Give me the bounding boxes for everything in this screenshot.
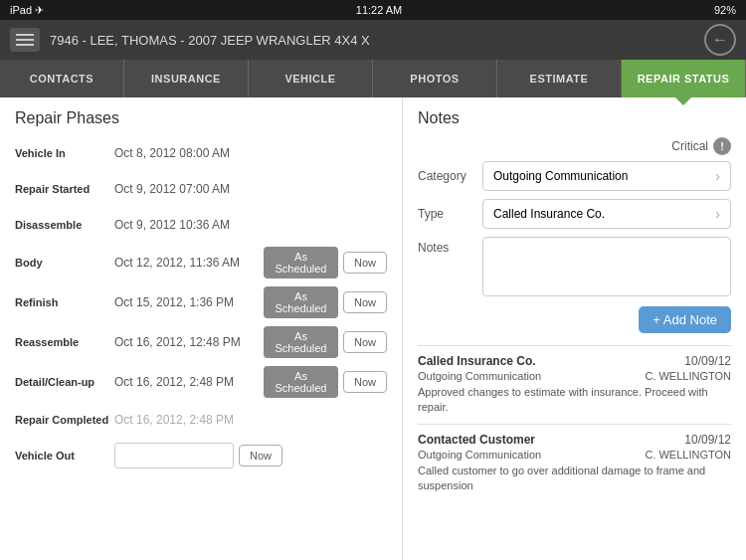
now-body[interactable]: Now <box>343 252 387 274</box>
phase-date-detail-cleanup: Oct 16, 2012, 2:48 PM <box>114 375 264 389</box>
tab-repair-status[interactable]: REPAIR STATUS <box>622 60 746 97</box>
menu-icon[interactable] <box>10 28 40 52</box>
status-bar: iPad ✈ 11:22 AM 92% <box>0 0 746 20</box>
critical-label: Critical <box>671 139 708 153</box>
phase-label-repair-completed: Repair Completed <box>15 414 114 426</box>
phase-label-detail-cleanup: Detail/Clean-up <box>15 376 114 388</box>
note-item: Called Insurance Co. 10/09/12 Outgoing C… <box>418 345 731 424</box>
note-2-title: Contacted Customer <box>418 433 535 447</box>
note-1-body: Approved changes to estimate with insura… <box>418 385 731 416</box>
phase-actions-reassemble: As Scheduled Now <box>264 326 387 358</box>
phase-reassemble: Reassemble Oct 16, 2012, 12:48 PM As Sch… <box>15 326 387 358</box>
phase-date-repair-completed: Oct 16, 2012, 2:48 PM <box>114 413 264 427</box>
note-2-body: Called customer to go over additional da… <box>418 464 731 494</box>
repair-phases-title: Repair Phases <box>15 109 387 127</box>
phase-actions-detail-cleanup: As Scheduled Now <box>264 366 387 398</box>
phase-actions-refinish: As Scheduled Now <box>264 286 387 318</box>
as-scheduled-body[interactable]: As Scheduled <box>264 247 338 279</box>
now-detail-cleanup[interactable]: Now <box>343 371 387 393</box>
phase-repair-completed: Repair Completed Oct 16, 2012, 2:48 PM <box>15 406 387 434</box>
critical-row: Critical ! <box>418 137 731 155</box>
notes-input-row: Notes <box>418 237 731 296</box>
phase-label-reassemble: Reassemble <box>15 336 114 348</box>
type-label: Type <box>418 207 482 221</box>
note-2-date: 10/09/12 <box>684 433 731 447</box>
tab-insurance[interactable]: INSURANCE <box>124 60 249 97</box>
category-chevron-icon: › <box>715 168 720 184</box>
phase-label-refinish: Refinish <box>15 296 114 308</box>
tab-contacts[interactable]: CONTACTS <box>0 60 124 97</box>
note-1-category: Outgoing Communication <box>418 370 541 382</box>
type-chevron-icon: › <box>715 206 720 222</box>
tab-vehicle[interactable]: VEHICLE <box>249 60 373 97</box>
note-2-meta: Outgoing Communication C. WELLINGTON <box>418 449 731 461</box>
notes-title: Notes <box>418 109 731 127</box>
notes-input-label: Notes <box>418 237 482 296</box>
note-2-header: Contacted Customer 10/09/12 <box>418 433 731 447</box>
phase-label-vehicle-out: Vehicle Out <box>15 450 114 462</box>
note-2-category: Outgoing Communication <box>418 449 541 461</box>
tab-photos[interactable]: PHOTOS <box>373 60 497 97</box>
now-refinish[interactable]: Now <box>343 291 387 313</box>
type-value: Called Insurance Co. <box>493 207 605 221</box>
phase-label-disassemble: Disassemble <box>15 219 114 231</box>
as-scheduled-refinish[interactable]: As Scheduled <box>264 286 338 318</box>
back-button[interactable]: ← <box>704 24 736 56</box>
note-1-title: Called Insurance Co. <box>418 354 536 368</box>
phase-date-reassemble: Oct 16, 2012, 12:48 PM <box>114 335 264 349</box>
add-note-button[interactable]: + Add Note <box>639 306 731 333</box>
status-bar-center: 11:22 AM <box>356 4 402 16</box>
note-1-meta: Outgoing Communication C. WELLINGTON <box>418 370 731 382</box>
header-title: 7946 - LEE, THOMAS - 2007 JEEP WRANGLER … <box>50 33 694 48</box>
phase-body: Body Oct 12, 2012, 11:36 AM As Scheduled… <box>15 247 387 279</box>
category-select[interactable]: Outgoing Communication › <box>482 161 731 191</box>
type-row: Type Called Insurance Co. › <box>418 199 731 229</box>
phase-refinish: Refinish Oct 15, 2012, 1:36 PM As Schedu… <box>15 286 387 318</box>
category-row: Category Outgoing Communication › <box>418 161 731 191</box>
phase-disassemble: Disassemble Oct 9, 2012 10:36 AM <box>15 211 387 239</box>
phase-date-vehicle-in: Oct 8, 2012 08:00 AM <box>114 146 264 160</box>
phase-vehicle-in: Vehicle In Oct 8, 2012 08:00 AM <box>15 139 387 167</box>
critical-icon[interactable]: ! <box>713 137 731 155</box>
phase-label-body: Body <box>15 257 114 269</box>
note-item: Contacted Customer 10/09/12 Outgoing Com… <box>418 424 731 502</box>
header: 7946 - LEE, THOMAS - 2007 JEEP WRANGLER … <box>0 20 746 60</box>
notes-textarea[interactable] <box>482 237 731 296</box>
phase-detail-cleanup: Detail/Clean-up Oct 16, 2012, 2:48 PM As… <box>15 366 387 398</box>
phase-repair-started: Repair Started Oct 9, 2012 07:00 AM <box>15 175 387 203</box>
battery-status: 92% <box>714 4 736 16</box>
phase-actions-vehicle-out: Now <box>239 445 282 467</box>
main-content: Repair Phases Vehicle In Oct 8, 2012 08:… <box>0 97 746 560</box>
type-select[interactable]: Called Insurance Co. › <box>482 199 731 229</box>
phase-label-vehicle-in: Vehicle In <box>15 147 114 159</box>
notes-list: Called Insurance Co. 10/09/12 Outgoing C… <box>418 345 731 502</box>
nav-tabs: CONTACTS INSURANCE VEHICLE PHOTOS ESTIMA… <box>0 60 746 97</box>
note-1-author: C. WELLINGTON <box>645 370 731 382</box>
note-1-date: 10/09/12 <box>684 354 731 368</box>
status-bar-left: iPad ✈ <box>10 4 44 17</box>
right-panel: Notes Critical ! Category Outgoing Commu… <box>403 97 746 560</box>
phase-date-disassemble: Oct 9, 2012 10:36 AM <box>114 218 264 232</box>
phase-label-repair-started: Repair Started <box>15 183 114 195</box>
now-vehicle-out[interactable]: Now <box>239 445 282 467</box>
as-scheduled-detail-cleanup[interactable]: As Scheduled <box>264 366 338 398</box>
tab-estimate[interactable]: ESTIMATE <box>497 60 622 97</box>
note-1-header: Called Insurance Co. 10/09/12 <box>418 354 731 368</box>
as-scheduled-reassemble[interactable]: As Scheduled <box>264 326 338 358</box>
phase-date-repair-started: Oct 9, 2012 07:00 AM <box>114 182 264 196</box>
left-panel: Repair Phases Vehicle In Oct 8, 2012 08:… <box>0 97 403 560</box>
phase-date-refinish: Oct 15, 2012, 1:36 PM <box>114 295 264 309</box>
category-value: Outgoing Communication <box>493 169 628 183</box>
status-bar-right: 92% <box>714 4 736 16</box>
vehicle-out-input[interactable] <box>114 443 234 468</box>
phase-vehicle-out: Vehicle Out Now <box>15 442 387 469</box>
now-reassemble[interactable]: Now <box>343 331 387 353</box>
note-2-author: C. WELLINGTON <box>645 449 731 461</box>
phase-date-body: Oct 12, 2012, 11:36 AM <box>114 256 264 270</box>
phase-actions-body: As Scheduled Now <box>264 247 387 279</box>
status-device: iPad ✈ <box>10 4 44 17</box>
category-label: Category <box>418 169 482 183</box>
